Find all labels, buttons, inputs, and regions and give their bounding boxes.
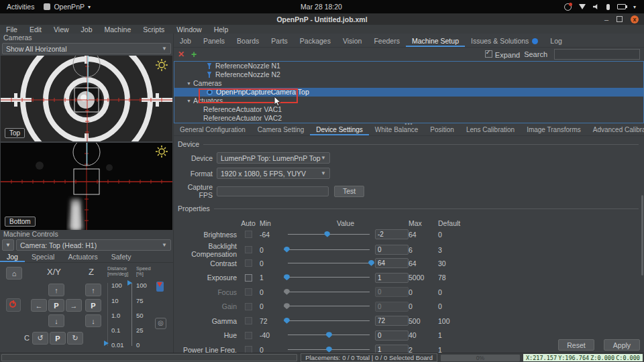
auto-checkbox[interactable] xyxy=(245,317,252,324)
property-slider[interactable] xyxy=(286,317,371,325)
auto-checkbox[interactable] xyxy=(245,288,252,296)
main-tab[interactable]: Packages xyxy=(294,37,337,47)
home-button[interactable]: ⌂ xyxy=(6,267,22,280)
system-menu-chevron-icon[interactable]: ▾ xyxy=(633,4,636,10)
menu-item[interactable]: Machine xyxy=(99,25,138,34)
main-tab[interactable]: Machine Setup xyxy=(406,37,465,47)
menu-item[interactable]: View xyxy=(48,25,75,34)
machine-controls-tab[interactable]: Jog xyxy=(0,252,25,262)
property-slider[interactable] xyxy=(286,246,371,254)
property-value-input[interactable] xyxy=(375,245,409,255)
park-xy-button[interactable]: P xyxy=(48,299,64,312)
camera-settings-tab[interactable]: Device Settings xyxy=(310,125,368,135)
vertical-scrollbar[interactable] xyxy=(641,195,643,276)
slider-thumb[interactable] xyxy=(284,289,290,295)
distance-slider-track[interactable] xyxy=(107,283,108,346)
jog-z-plus-button[interactable]: ↑ xyxy=(85,284,101,296)
top-camera-view[interactable]: Top xyxy=(1,56,172,141)
auto-checkbox[interactable] xyxy=(245,332,252,339)
property-value-input[interactable] xyxy=(375,330,409,341)
slider-thumb[interactable] xyxy=(324,231,330,237)
menu-item[interactable]: Edit xyxy=(23,25,48,34)
test-button[interactable]: Test xyxy=(334,186,364,197)
format-select[interactable]: 1920 x 1080, 5 FPS, YUYV ▼ xyxy=(217,168,330,179)
tree-row[interactable]: ▼ Cameras xyxy=(174,79,643,88)
clock[interactable]: Mar 28 18:20 xyxy=(228,3,415,11)
main-tab[interactable]: Parts xyxy=(265,37,294,47)
camera-settings-tab[interactable]: General Configuration xyxy=(174,125,252,135)
machine-controls-tab[interactable]: Safety xyxy=(105,252,138,262)
minimize-button[interactable]: – xyxy=(604,16,608,23)
power-button[interactable] xyxy=(6,298,21,312)
machine-controls-tab[interactable]: Actuators xyxy=(61,252,104,262)
property-value-input[interactable] xyxy=(375,273,409,283)
jog-y-minus-button[interactable]: ↓ xyxy=(48,314,64,327)
expander-icon[interactable]: ▼ xyxy=(186,79,193,88)
main-tab[interactable]: Vision xyxy=(337,37,368,47)
title-bar[interactable]: OpenPnP - Untitled.job.xml – x xyxy=(0,13,644,25)
auto-checkbox[interactable] xyxy=(245,259,252,267)
menu-item[interactable]: Help xyxy=(208,25,235,34)
camera-settings-tab[interactable]: Image Transforms xyxy=(521,125,587,135)
jog-x-plus-button[interactable]: → xyxy=(66,299,82,312)
camera-settings-tab[interactable]: Lens Calibration xyxy=(460,125,521,135)
property-slider[interactable] xyxy=(286,231,371,239)
main-tab[interactable]: Panels xyxy=(197,37,231,47)
rotate-cw-button[interactable]: ↻ xyxy=(67,332,83,345)
tree-row[interactable]: ▼ Actuators xyxy=(174,97,643,105)
park-z-button[interactable]: P xyxy=(85,299,101,312)
camera-settings-tab[interactable]: White Balance xyxy=(369,125,424,135)
menu-item[interactable]: File xyxy=(0,25,23,34)
main-tab[interactable]: Job xyxy=(174,37,197,47)
property-value-input[interactable] xyxy=(375,229,409,239)
device-select[interactable]: LumenPnP Top: LumenPnP Top ▼ xyxy=(217,152,330,164)
auto-checkbox[interactable] xyxy=(245,231,252,238)
slider-thumb[interactable] xyxy=(368,260,374,266)
auto-checkbox[interactable] xyxy=(245,303,252,310)
capture-fps-input[interactable] xyxy=(217,186,329,196)
wifi-icon[interactable] xyxy=(579,4,586,9)
main-tab[interactable]: Issues & Solutions xyxy=(465,37,544,47)
search-input[interactable] xyxy=(554,49,640,60)
jog-x-minus-button[interactable]: ← xyxy=(31,299,47,312)
add-button[interactable]: + xyxy=(191,49,197,60)
camera-settings-tab[interactable]: Position xyxy=(424,125,460,135)
jog-y-plus-button[interactable]: ↑ xyxy=(48,284,64,296)
menu-item[interactable]: Job xyxy=(75,25,99,34)
volume-icon[interactable] xyxy=(593,4,599,9)
main-tab[interactable]: Feeders xyxy=(368,37,406,47)
auto-checkbox[interactable] xyxy=(245,246,252,253)
property-value-input[interactable] xyxy=(375,258,409,268)
property-value-input[interactable] xyxy=(375,287,409,297)
main-tab[interactable]: Log xyxy=(544,37,568,47)
camera-settings-tab[interactable]: Camera Setting xyxy=(252,125,310,135)
expander-icon[interactable]: ▼ xyxy=(186,97,193,105)
reset-button[interactable]: Reset xyxy=(558,339,594,351)
rotate-ccw-button[interactable]: ↺ xyxy=(32,332,48,345)
tree-row[interactable]: OpenPnpCaptureCamera Top xyxy=(174,88,643,97)
jog-z-minus-button[interactable]: ↓ xyxy=(85,314,101,327)
slider-thumb[interactable] xyxy=(284,303,290,309)
microphone-icon[interactable] xyxy=(606,4,610,10)
speed-slider-track[interactable] xyxy=(131,283,132,346)
slider-thumb[interactable] xyxy=(284,318,290,324)
nozzle-tool-icon[interactable] xyxy=(156,282,164,292)
slider-thumb[interactable] xyxy=(284,274,290,280)
bottom-camera-view[interactable]: Bottom xyxy=(1,143,172,230)
activities-button[interactable]: Activities xyxy=(7,3,34,11)
property-slider[interactable] xyxy=(286,331,371,339)
slider-thumb[interactable] xyxy=(326,332,332,338)
distance-slider-thumb[interactable] xyxy=(104,341,109,346)
delete-button[interactable]: ✕ xyxy=(178,50,184,59)
tool-select[interactable]: Camera: Top (Head: H1) ▼ xyxy=(16,239,171,251)
camera-view-select[interactable]: Show All Horizontal ▼ xyxy=(2,43,171,54)
notification-icon[interactable] xyxy=(564,3,572,11)
camera-position-icon[interactable]: ◎ xyxy=(155,318,166,329)
tree-row[interactable]: ReferenceActuator VAC1 xyxy=(174,105,643,114)
property-value-input[interactable] xyxy=(375,302,409,312)
battery-icon[interactable] xyxy=(617,4,626,9)
machine-controls-tab[interactable]: Special xyxy=(25,252,61,262)
menu-item[interactable]: Scripts xyxy=(137,25,170,34)
property-slider[interactable] xyxy=(286,274,371,282)
camera-settings-tab[interactable]: Advanced Calibration xyxy=(587,125,644,135)
